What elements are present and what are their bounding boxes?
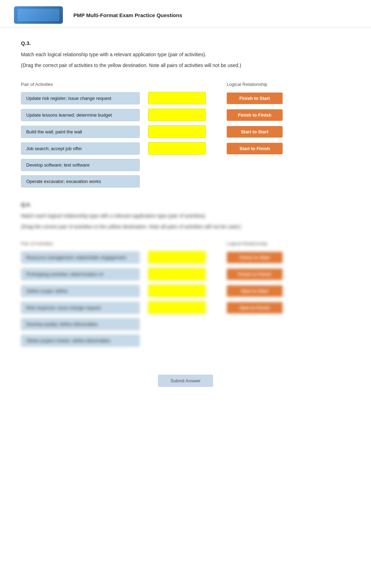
page-header: PMP Multi-Format Exam Practice Questions <box>0 0 371 28</box>
blurred-q-number: Q.4. <box>21 201 350 207</box>
matching-row-2: Update lessons learned; determine budget… <box>21 109 350 121</box>
header-title: PMP Multi-Format Exam Practice Questions <box>73 12 182 18</box>
blurred-activity-5: Develop quality; define deliverables <box>21 318 140 330</box>
activity-5[interactable]: Develop software; test software <box>21 159 140 171</box>
blurred-activity-6: Obtain project charter; define deliverab… <box>21 335 140 347</box>
blurred-col-activities-header: Pair of Activities <box>21 241 140 246</box>
relationship-1[interactable]: Finish to Start <box>227 93 283 104</box>
relationship-4[interactable]: Start to Finish <box>227 143 283 154</box>
blurred-relationship-1: Finish to Start <box>227 252 283 263</box>
main-content: Q.3. Match each logical relationship typ… <box>0 28 371 415</box>
blurred-row-2: Prototyping activities; determination of… <box>21 268 350 280</box>
matching-row-6: Operate excavator; excavation works <box>21 175 350 188</box>
blurred-row-3: Define scope; define Start to Start <box>21 285 350 297</box>
activity-4[interactable]: Job search; accept job offer <box>21 142 140 155</box>
blurred-activity-2: Prototyping activities; determination of <box>21 268 140 280</box>
blurred-section: Q.4. Match each logical relationship typ… <box>21 201 350 347</box>
drop-zone-2[interactable] <box>148 109 206 121</box>
blurred-relationship-2: Finish to Finish <box>227 269 283 280</box>
drop-zone-1[interactable] <box>148 92 206 104</box>
drop-zone-3[interactable] <box>148 125 206 138</box>
question-note-text: (Drag the correct pair of activities to … <box>21 62 350 69</box>
question-number: Q.3. <box>21 40 350 46</box>
blurred-relationship-4: Start to Finish <box>227 302 283 314</box>
blurred-row-1: Resource management; stakeholder engagem… <box>21 251 350 264</box>
matching-row-4: Job search; accept job offer Start to Fi… <box>21 142 350 155</box>
blurred-drop-zone-1 <box>148 251 206 264</box>
blurred-note-text: (Drag the correct pair of activities to … <box>21 223 350 230</box>
blurred-activity-3: Define scope; define <box>21 285 140 297</box>
submit-button[interactable]: Submit Answer <box>158 375 213 387</box>
col-relationship-header: Logical Relationship <box>227 82 267 87</box>
activity-1[interactable]: Update risk register; issue change reque… <box>21 92 140 104</box>
blurred-drop-zone-4 <box>148 301 206 314</box>
blurred-relationship-3: Start to Start <box>227 285 283 297</box>
blurred-main-text: Match each logical relationship type wit… <box>21 212 350 220</box>
activity-3[interactable]: Build the wall; paint the wall <box>21 126 140 138</box>
blurred-row-5: Develop quality; define deliverables <box>21 318 350 330</box>
blurred-activity-4: Risk response; issue change request <box>21 302 140 314</box>
blurred-activity-1: Resource management; stakeholder engagem… <box>21 251 140 264</box>
matching-row-3: Build the wall; paint the wall Start to … <box>21 125 350 138</box>
footer-area: Submit Answer <box>21 375 350 401</box>
matching-row-1: Update risk register; issue change reque… <box>21 92 350 104</box>
question-section: Q.3. Match each logical relationship typ… <box>21 40 350 188</box>
col-activities-header: Pair of Activities <box>21 82 140 87</box>
drop-zone-4[interactable] <box>148 142 206 155</box>
blurred-columns-header: Pair of Activities Logical Relationship <box>21 241 350 246</box>
blurred-row-6: Obtain project charter; define deliverab… <box>21 335 350 347</box>
activity-2[interactable]: Update lessons learned; determine budget <box>21 109 140 121</box>
activity-6[interactable]: Operate excavator; excavation works <box>21 175 140 188</box>
columns-header: Pair of Activities Logical Relationship <box>21 82 350 87</box>
question-main-text: Match each logical relationship type wit… <box>21 51 350 58</box>
blurred-row-4: Risk response; issue change request Star… <box>21 301 350 314</box>
logo-inner <box>17 9 59 21</box>
matching-row-5: Develop software; test software <box>21 159 350 171</box>
logo <box>14 6 63 24</box>
blurred-drop-zone-2 <box>148 268 206 280</box>
blurred-col-relationship-header: Logical Relationship <box>227 241 267 246</box>
relationship-2[interactable]: Finish to Finish <box>227 109 283 121</box>
blurred-drop-zone-3 <box>148 285 206 297</box>
relationship-3[interactable]: Start to Start <box>227 126 283 138</box>
